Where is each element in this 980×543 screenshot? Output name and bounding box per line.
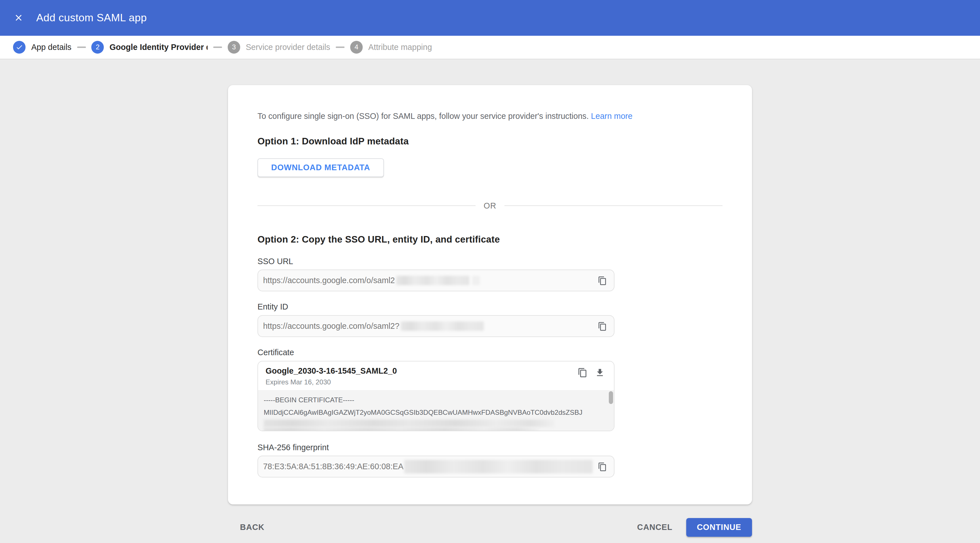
download-icon[interactable]	[594, 367, 606, 378]
scrollbar-thumb[interactable]	[609, 391, 613, 404]
step-number: 4	[350, 41, 363, 53]
stepper: App details 2 Google Identity Provider d…	[0, 36, 980, 60]
sso-url-field: https://accounts.google.com/o/saml2	[258, 269, 614, 291]
certificate-data-line: MIIDdjCCAl6gAwIBAgIGAZWjT2yoMA0GCSqGSIb3…	[264, 406, 608, 419]
certificate-begin-line: -----BEGIN CERTIFICATE-----	[264, 394, 608, 406]
step-connector	[77, 46, 86, 48]
copy-icon[interactable]	[577, 367, 589, 378]
entity-id-field: https://accounts.google.com/o/saml2?	[258, 315, 614, 337]
step-service-provider-details[interactable]: 3 Service provider details	[228, 41, 330, 53]
dialog-header: Add custom SAML app	[0, 0, 980, 36]
sha256-label: SHA-256 fingerprint	[258, 443, 722, 452]
entity-id-label: Entity ID	[258, 302, 722, 312]
step-label: App details	[31, 43, 72, 52]
option2-heading: Option 2: Copy the SSO URL, entity ID, a…	[258, 234, 722, 244]
continue-button[interactable]: CONTINUE	[686, 518, 752, 537]
certificate-header: Google_2030-3-16-1545_SAML2_0 Expires Ma…	[258, 361, 614, 390]
copy-icon[interactable]	[597, 461, 608, 473]
sha256-field: 78:E3:5A:8A:51:8B:36:49:AE:60:08:EA	[258, 455, 614, 478]
close-icon[interactable]	[10, 9, 27, 27]
step-label: Service provider details	[246, 43, 330, 52]
redacted-area	[396, 276, 469, 285]
copy-icon[interactable]	[597, 320, 608, 332]
certificate-card: Google_2030-3-16-1545_SAML2_0 Expires Ma…	[258, 361, 614, 432]
divider-line	[504, 205, 722, 206]
step-attribute-mapping[interactable]: 4 Attribute mapping	[350, 41, 432, 53]
footer-right-actions: CANCEL CONTINUE	[630, 518, 752, 537]
entity-id-value: https://accounts.google.com/o/saml2?	[263, 322, 399, 331]
divider-line	[258, 205, 476, 206]
step-connector	[336, 46, 345, 48]
step-label: Google Identity Provider details	[110, 43, 208, 52]
step-connector	[213, 46, 222, 48]
certificate-name: Google_2030-3-16-1545_SAML2_0	[266, 366, 606, 376]
divider-label: OR	[476, 201, 504, 210]
footer-actions: BACK CANCEL CONTINUE	[228, 518, 752, 537]
back-button[interactable]: BACK	[232, 518, 272, 537]
certificate-actions	[577, 367, 606, 378]
sha256-value: 78:E3:5A:8A:51:8B:36:49:AE:60:08:EA	[263, 462, 404, 471]
check-icon	[13, 41, 25, 53]
or-divider: OR	[258, 201, 722, 210]
step-number: 2	[91, 41, 104, 53]
intro-text: To configure single sign-on (SSO) for SA…	[258, 111, 722, 121]
redacted-area	[264, 420, 554, 427]
redacted-area	[473, 276, 480, 285]
copy-icon[interactable]	[597, 275, 608, 287]
learn-more-link[interactable]: Learn more	[591, 111, 632, 121]
step-google-idp-details[interactable]: 2 Google Identity Provider details	[91, 41, 208, 53]
certificate-body-scroll-area[interactable]: -----BEGIN CERTIFICATE----- MIIDdjCCAl6g…	[258, 390, 614, 431]
sso-url-label: SSO URL	[258, 256, 722, 266]
step-number: 3	[228, 41, 240, 53]
dialog-title: Add custom SAML app	[36, 12, 147, 24]
idp-details-card: To configure single sign-on (SSO) for SA…	[228, 85, 752, 505]
redacted-area	[401, 322, 484, 331]
certificate-expiry: Expires Mar 16, 2030	[266, 378, 606, 386]
redacted-area	[404, 460, 593, 473]
intro-sentence: To configure single sign-on (SSO) for SA…	[258, 111, 589, 121]
download-metadata-button[interactable]: DOWNLOAD METADATA	[258, 158, 384, 177]
certificate-label: Certificate	[258, 347, 722, 357]
step-app-details[interactable]: App details	[13, 41, 72, 53]
step-label: Attribute mapping	[368, 43, 432, 52]
cancel-button[interactable]: CANCEL	[630, 518, 680, 537]
option1-heading: Option 1: Download IdP metadata	[258, 136, 722, 146]
sso-url-value: https://accounts.google.com/o/saml2	[263, 276, 395, 285]
redacted-area	[264, 428, 539, 431]
